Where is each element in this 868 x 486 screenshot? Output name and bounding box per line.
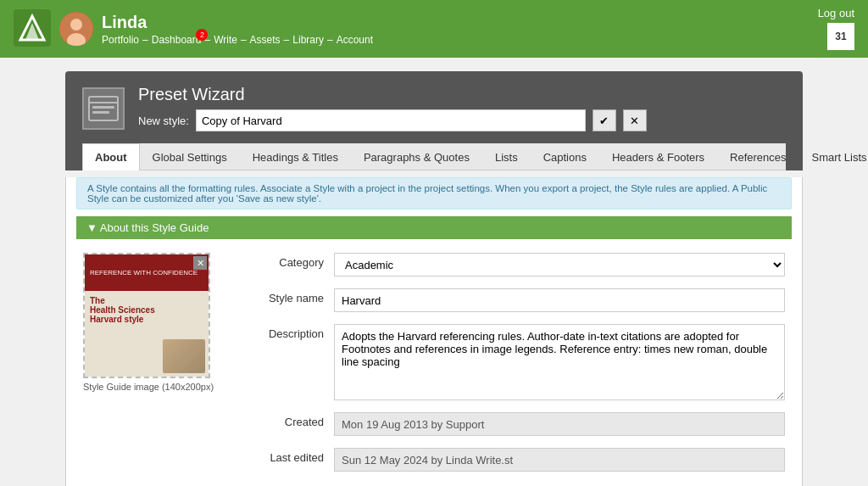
tab-captions[interactable]: Captions xyxy=(531,143,599,170)
new-style-label: New style: xyxy=(138,115,189,127)
wizard-title-block: Preset Wizard New style: ✔ ✕ xyxy=(138,85,647,131)
username: Linda xyxy=(102,13,373,32)
nav-account[interactable]: Account xyxy=(337,34,373,46)
last-edited-row: Last edited Sun 12 May 2024 by Linda Wri… xyxy=(239,448,785,472)
book-title-line1: The xyxy=(90,296,203,305)
last-edited-label: Last edited xyxy=(239,448,324,464)
nav-library[interactable]: Library xyxy=(292,34,324,46)
user-block: Linda Portfolio – Dashboard 2 – Write – … xyxy=(102,13,373,46)
book-middle: The Health Sciences Harvard style xyxy=(85,291,209,346)
created-row: Created Mon 19 Aug 2013 by Support xyxy=(239,412,785,436)
content-panel: A Style contains all the formatting rule… xyxy=(65,177,803,486)
book-title-line3: Harvard style xyxy=(90,315,203,324)
avatar xyxy=(59,12,93,46)
app-logo xyxy=(14,9,51,49)
book-bottom xyxy=(85,346,209,377)
tab-headers-footers[interactable]: Headers & Footers xyxy=(599,143,717,170)
wizard-header: Preset Wizard New style: ✔ ✕ xyxy=(82,85,786,131)
nav-dashboard[interactable]: Dashboard xyxy=(152,34,202,46)
main-nav: Portfolio – Dashboard 2 – Write – Assets… xyxy=(102,34,373,46)
style-image-frame: ✕ REFERENCE WITH CONFIDENCE The Health S… xyxy=(83,253,210,378)
description-textarea[interactable]: Adopts the Harvard referencing rules. Au… xyxy=(334,324,785,400)
category-row: Category Academic Business Personal Othe… xyxy=(239,253,785,277)
tab-about[interactable]: About xyxy=(82,143,140,170)
book-top: REFERENCE WITH CONFIDENCE xyxy=(85,254,209,291)
svg-rect-9 xyxy=(92,111,109,114)
svg-point-4 xyxy=(70,19,82,31)
style-name-row: Style name xyxy=(239,288,785,312)
book-decoration xyxy=(163,339,205,373)
category-label: Category xyxy=(239,253,324,269)
header: Linda Portfolio – Dashboard 2 – Write – … xyxy=(0,0,868,58)
wizard-icon xyxy=(82,87,125,130)
created-value: Mon 19 Aug 2013 by Support xyxy=(334,412,785,436)
tab-lists[interactable]: Lists xyxy=(482,143,531,170)
new-style-row: New style: ✔ ✕ xyxy=(138,109,647,131)
style-image-block: ✕ REFERENCE WITH CONFIDENCE The Health S… xyxy=(83,253,219,483)
header-right: Log out 31 xyxy=(818,7,854,50)
tab-paragraphs-quotes[interactable]: Paragraphs & Quotes xyxy=(351,143,482,170)
tabs-bar: AboutGlobal SettingsHeadings & TitlesPar… xyxy=(82,143,786,170)
tab-headings-titles[interactable]: Headings & Titles xyxy=(240,143,351,170)
calendar-button[interactable]: 31 xyxy=(827,23,854,50)
last-edited-value: Sun 12 May 2024 by Linda Write.st xyxy=(334,448,785,472)
form-area: ✕ REFERENCE WITH CONFIDENCE The Health S… xyxy=(66,253,802,486)
description-row: Description Adopts the Harvard referenci… xyxy=(239,324,785,400)
svg-rect-8 xyxy=(92,106,114,109)
tab-global-settings[interactable]: Global Settings xyxy=(140,143,240,170)
style-name-label: Style name xyxy=(239,288,324,304)
form-fields: Category Academic Business Personal Othe… xyxy=(239,253,785,483)
tab-references[interactable]: References xyxy=(717,143,798,170)
style-image-label: Style Guide image (140x200px) xyxy=(83,382,214,392)
remove-image-button[interactable]: ✕ xyxy=(193,256,207,270)
cancel-button[interactable]: ✕ xyxy=(623,109,647,131)
logout-button[interactable]: Log out xyxy=(818,7,854,20)
category-select[interactable]: Academic Business Personal Other xyxy=(334,253,785,277)
main-container: Preset Wizard New style: ✔ ✕ AboutGlobal… xyxy=(65,58,803,486)
dashboard-badge: 2 xyxy=(196,29,208,41)
nav-dashboard-item: Dashboard 2 xyxy=(152,34,202,46)
nav-portfolio[interactable]: Portfolio xyxy=(102,34,139,46)
nav-assets[interactable]: Assets xyxy=(250,34,281,46)
book-cover: REFERENCE WITH CONFIDENCE The Health Sci… xyxy=(85,254,209,377)
about-section-header[interactable]: ▼ About this Style Guide xyxy=(76,216,792,239)
nav-write[interactable]: Write xyxy=(214,34,237,46)
wizard-panel: Preset Wizard New style: ✔ ✕ AboutGlobal… xyxy=(65,71,803,170)
wizard-title: Preset Wizard xyxy=(138,85,647,104)
confirm-button[interactable]: ✔ xyxy=(593,109,616,131)
book-top-text: REFERENCE WITH CONFIDENCE xyxy=(88,267,199,278)
new-style-input[interactable] xyxy=(196,109,586,131)
created-label: Created xyxy=(239,412,324,428)
style-name-input[interactable] xyxy=(334,288,785,312)
info-banner: A Style contains all the formatting rule… xyxy=(76,177,792,209)
book-title-line2: Health Sciences xyxy=(90,305,203,315)
description-label: Description xyxy=(239,324,324,340)
tab-smart-lists[interactable]: Smart Lists xyxy=(799,143,868,170)
